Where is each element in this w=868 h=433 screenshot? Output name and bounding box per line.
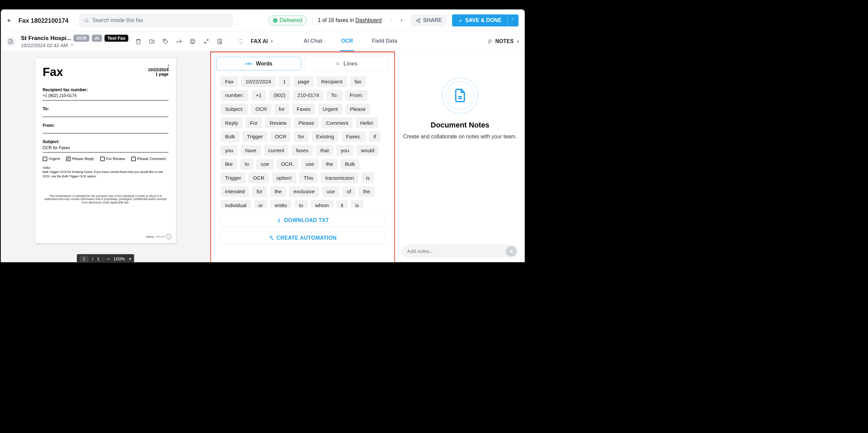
ocr-word[interactable]: Bulk bbox=[340, 159, 359, 170]
ocr-word[interactable]: Faxes bbox=[292, 104, 315, 115]
tag-button[interactable] bbox=[162, 38, 169, 44]
ocr-word[interactable]: is bbox=[351, 200, 363, 208]
ocr-word[interactable]: the bbox=[321, 159, 338, 170]
ocr-word[interactable]: option! bbox=[272, 173, 296, 183]
sparkle-button[interactable] bbox=[238, 39, 243, 44]
ocr-word[interactable]: Please bbox=[294, 117, 319, 128]
ocr-word[interactable]: OCR bbox=[251, 104, 271, 115]
ocr-word[interactable]: the bbox=[270, 186, 286, 197]
ocr-word[interactable]: fax bbox=[350, 76, 366, 87]
fax-counter: 1 of 16 faxes in Dashboard bbox=[318, 17, 381, 24]
tab-ai-chat[interactable]: AI Chat bbox=[302, 32, 323, 51]
ocr-word[interactable]: number: bbox=[220, 90, 248, 101]
ocr-word[interactable]: Trigger bbox=[220, 173, 245, 183]
print-button[interactable] bbox=[190, 38, 196, 44]
external-link-icon[interactable] bbox=[70, 43, 74, 47]
forward-button[interactable] bbox=[176, 38, 182, 44]
ocr-word[interactable]: entity bbox=[270, 200, 292, 208]
ocr-word[interactable]: have bbox=[241, 145, 261, 156]
export-button[interactable] bbox=[217, 38, 223, 44]
checkbox-please-comment: Please Comment bbox=[131, 157, 166, 161]
sign-button[interactable] bbox=[203, 38, 209, 44]
ocr-word[interactable]: Trigger bbox=[242, 131, 268, 142]
ocr-word[interactable]: like bbox=[220, 159, 237, 170]
notes-input[interactable] bbox=[407, 249, 506, 254]
ocr-word[interactable]: 10/22/2024 bbox=[241, 76, 276, 87]
send-note-button[interactable] bbox=[506, 246, 516, 256]
document-title: St Francis Hospi... bbox=[21, 35, 71, 41]
back-button[interactable] bbox=[4, 16, 14, 25]
ocr-word[interactable]: is bbox=[361, 173, 374, 183]
save-done-button[interactable]: SAVE & DONE bbox=[452, 14, 507, 26]
ocr-word[interactable]: that bbox=[316, 145, 333, 156]
ocr-word[interactable]: Recipient bbox=[317, 76, 347, 87]
ocr-word[interactable]: Existing bbox=[312, 131, 339, 142]
ocr-word[interactable]: whom bbox=[311, 200, 333, 208]
ocr-word[interactable]: Bulk bbox=[220, 131, 239, 142]
ocr-word[interactable]: OCR, bbox=[276, 159, 298, 170]
ocr-word[interactable]: Urgent bbox=[318, 104, 342, 115]
zoom-out-button[interactable]: − bbox=[107, 256, 110, 262]
notes-toggle[interactable]: NOTES bbox=[488, 38, 520, 45]
ocr-word[interactable]: to bbox=[240, 159, 253, 170]
search-input[interactable]: Search inside this fax bbox=[79, 14, 233, 27]
ocr-word[interactable]: Subject: bbox=[220, 104, 248, 115]
zoom-in-button[interactable]: + bbox=[129, 256, 132, 262]
ocr-word[interactable]: (802) bbox=[269, 90, 290, 101]
ocr-word[interactable]: for bbox=[252, 186, 267, 197]
ocr-word[interactable]: use bbox=[256, 159, 274, 170]
ocr-word[interactable]: for bbox=[274, 104, 289, 115]
download-txt-button[interactable]: DOWNLOAD TXT bbox=[220, 213, 385, 227]
tab-field-data[interactable]: Field Data bbox=[371, 32, 398, 51]
ocr-word[interactable]: This bbox=[299, 173, 318, 183]
ocr-word[interactable]: To: bbox=[327, 90, 342, 101]
ocr-word[interactable]: use bbox=[322, 186, 339, 197]
save-dropdown-button[interactable] bbox=[507, 14, 518, 26]
toggle-lines[interactable]: Lines bbox=[304, 57, 389, 71]
ocr-word[interactable]: for bbox=[294, 131, 309, 142]
ocr-word[interactable]: faxes bbox=[292, 145, 313, 156]
ocr-word[interactable]: page bbox=[293, 76, 314, 87]
ocr-word[interactable]: exclusive bbox=[289, 186, 319, 197]
create-automation-button[interactable]: CREATE AUTOMATION bbox=[220, 231, 385, 244]
move-button[interactable] bbox=[149, 38, 155, 44]
ocr-word[interactable]: If bbox=[369, 131, 381, 142]
ocr-word[interactable]: +1 bbox=[251, 90, 266, 101]
ocr-word[interactable]: it bbox=[336, 200, 348, 208]
prev-fax-button[interactable] bbox=[387, 18, 395, 23]
sidebar-toggle-button[interactable] bbox=[6, 36, 16, 46]
ocr-word[interactable]: Fax bbox=[220, 76, 238, 87]
ocr-word[interactable]: of bbox=[342, 186, 355, 197]
ocr-word[interactable]: OCR bbox=[249, 173, 269, 183]
ocr-word[interactable]: From: bbox=[345, 90, 368, 101]
badge-test-fax: Test Fax bbox=[104, 35, 128, 42]
next-fax-button[interactable] bbox=[397, 18, 406, 23]
share-button[interactable]: SHARE bbox=[411, 14, 447, 26]
tab-ocr[interactable]: OCR bbox=[340, 32, 354, 51]
ocr-word[interactable]: you bbox=[336, 145, 354, 156]
ocr-word[interactable]: 210-0174 bbox=[293, 90, 324, 101]
fax-ai-link[interactable]: FAX AI bbox=[251, 38, 274, 45]
ocr-word[interactable]: Faxes. bbox=[341, 131, 366, 142]
delete-button[interactable] bbox=[135, 38, 141, 44]
ocr-word[interactable]: transmission bbox=[321, 173, 359, 183]
ocr-word[interactable]: to bbox=[294, 200, 308, 208]
ocr-word[interactable]: OCR bbox=[270, 131, 291, 142]
ocr-word[interactable]: or bbox=[254, 200, 268, 208]
ocr-word[interactable]: Please bbox=[346, 104, 370, 115]
ocr-word[interactable]: would bbox=[356, 145, 379, 156]
ocr-word[interactable]: For bbox=[245, 117, 262, 128]
ocr-word[interactable]: use bbox=[301, 159, 318, 170]
ocr-word[interactable]: Comment bbox=[321, 117, 353, 128]
ocr-word[interactable]: Review bbox=[265, 117, 291, 128]
ocr-word[interactable]: you bbox=[220, 145, 238, 156]
ocr-word[interactable]: the bbox=[358, 186, 375, 197]
ocr-word[interactable]: 1 bbox=[279, 76, 291, 87]
ocr-word[interactable]: current bbox=[264, 145, 289, 156]
ocr-word[interactable]: intended bbox=[220, 186, 249, 197]
page-number-input[interactable] bbox=[80, 256, 88, 262]
ocr-word[interactable]: Reply bbox=[220, 117, 242, 128]
toggle-words[interactable]: ABC Words bbox=[216, 57, 301, 71]
ocr-word[interactable]: Hello! bbox=[356, 117, 378, 128]
ocr-word[interactable]: individual bbox=[220, 200, 251, 208]
